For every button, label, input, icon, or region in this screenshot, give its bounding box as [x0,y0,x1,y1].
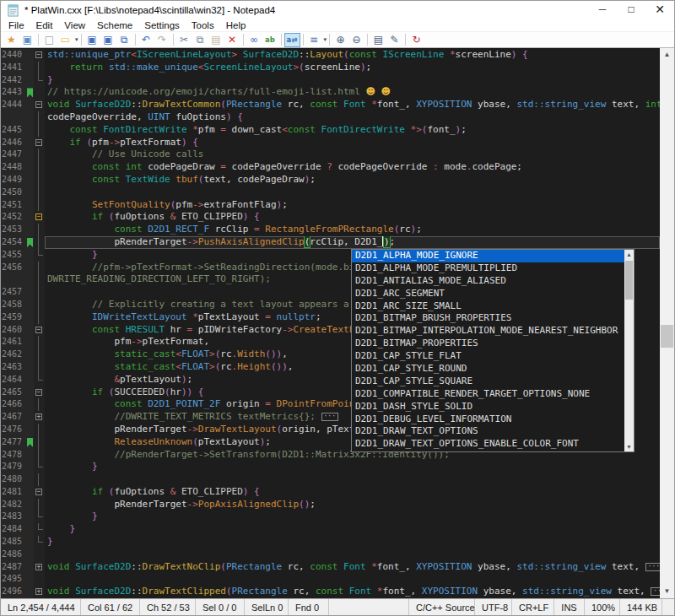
dropdown-arrow-icon[interactable]: ▾ [75,36,78,43]
line-number[interactable]: 2482 [1,499,26,511]
code-text[interactable]: if (pfm->pTextFormat) { [45,137,660,149]
code-line[interactable]: 2440−std::unique_ptr<IScreenLineLayout> … [1,49,660,62]
autocomplete-item[interactable]: D2D1_ARC_SIZE_SMALL [352,300,624,313]
status-overtype[interactable]: INS [554,599,585,616]
fold-margin[interactable]: + [34,586,45,598]
code-line[interactable]: 2479 } [1,461,660,473]
code-line[interactable]: 2482 pRenderTarget->PopAxisAlignedClip()… [1,499,660,511]
code-editor[interactable]: 2440−std::unique_ptr<IScreenLineLayout> … [1,48,674,598]
code-text[interactable]: } [45,523,660,536]
bookmark-margin[interactable] [26,548,34,561]
editor-scrollbar-thumb[interactable] [661,325,673,348]
line-number[interactable]: 2451 [1,199,26,212]
autocomplete-item[interactable]: D2D1_CAP_STYLE_SQUARE [352,376,624,388]
bookmark-margin[interactable] [26,311,34,324]
line-number[interactable]: 2464 [1,374,26,386]
view-lines-icon[interactable]: ▤ [370,33,386,47]
code-text[interactable] [45,186,660,199]
autocomplete-item[interactable]: D2D1_ANTIALIAS_MODE_ALIASED [352,275,624,288]
editor-vertical-scrollbar[interactable]: ▲ ▼ [660,48,674,598]
undo-icon[interactable]: ↶ [138,33,154,47]
fold-margin[interactable] [34,536,45,548]
menu-edit[interactable]: Edit [30,19,59,32]
status-cell[interactable]: SelLn 0 [245,599,289,616]
line-number[interactable]: 2458 [1,299,26,311]
autocomplete-scrollbar[interactable]: ▲ ▼ [624,250,634,451]
fold-margin[interactable] [34,336,45,349]
code-text[interactable]: void SurfaceD2D::DrawTextClipped(PRectan… [45,586,660,598]
code-text[interactable]: std::unique_ptr<IScreenLineLayout> Surfa… [45,49,660,62]
save-copy-icon[interactable]: ▣ [100,33,116,47]
line-number[interactable]: 2454 [1,236,26,249]
code-text[interactable]: pRenderTarget->PushAxisAlignedClip(rcCli… [45,236,660,249]
code-text[interactable] [45,473,660,486]
line-number[interactable]: 2478 [1,449,26,462]
fold-margin[interactable]: − [34,49,45,62]
code-text[interactable]: if (fuOptions & ETO_CLIPPED) { [45,211,660,224]
bookmark-margin[interactable] [26,74,34,87]
status-eol[interactable]: CR+LF [512,599,554,616]
word-wrap-toggle[interactable]: a⇄ [284,33,300,47]
code-line[interactable]: 2487+void SurfaceD2D::DrawTextNoClip(PRe… [1,561,660,574]
status-zoom[interactable]: 100% [585,599,620,616]
line-number[interactable]: 2459 [1,311,26,324]
fold-margin[interactable] [34,236,45,249]
fold-margin[interactable] [34,473,45,486]
line-number[interactable]: 2487 [1,561,26,574]
line-number[interactable]: 2481 [1,486,26,499]
code-line[interactable]: 2496+void SurfaceD2D::DrawTextClipped(PR… [1,586,660,598]
minimize-button[interactable]: ─ [588,1,617,19]
bookmark-margin[interactable] [26,273,34,286]
fold-margin[interactable] [34,62,45,74]
bookmark-margin[interactable] [26,536,34,548]
fold-margin[interactable] [34,499,45,511]
code-line[interactable]: 2451 SetFontQuality(pfm->extraFontFlag); [1,199,660,212]
bookmark-margin[interactable] [26,424,34,436]
title-bar[interactable]: * PlatWin.cxx [F:\Libs\notepad4\scintill… [1,1,674,19]
bookmark-margin[interactable] [26,523,34,536]
line-number[interactable]: 2455 [1,249,26,262]
line-number[interactable]: 2457 [1,286,26,299]
fold-margin[interactable] [34,174,45,186]
line-number[interactable] [1,111,26,124]
line-number[interactable]: 2467 [1,411,26,424]
code-text[interactable]: void SurfaceD2D::DrawTextNoClip(PRectang… [45,561,660,574]
code-line[interactable]: 2442} [1,74,660,87]
line-number[interactable]: 2479 [1,461,26,473]
code-text[interactable]: // https://unicode.org/emoji/charts/full… [45,86,660,99]
fold-margin[interactable] [34,449,45,462]
line-number[interactable]: 2440 [1,49,26,62]
paste-icon[interactable]: ▤ [208,33,224,47]
line-number[interactable]: 2452 [1,211,26,224]
status-cell[interactable]: Ch 52 / 53 [140,599,196,616]
fold-margin[interactable] [34,523,45,536]
scroll-down-icon[interactable]: ▼ [660,585,674,598]
delete-icon[interactable]: ✕ [224,33,240,47]
fold-margin[interactable] [34,186,45,199]
fold-margin[interactable] [34,249,45,262]
line-number[interactable]: 2476 [1,424,26,436]
line-number[interactable]: 2448 [1,161,26,174]
code-line[interactable]: 2485} [1,536,660,548]
fold-margin[interactable] [34,224,45,236]
maximize-button[interactable]: □ [617,1,645,19]
bookmark-margin[interactable] [26,486,34,499]
code-text[interactable]: const int codePageDraw = codePageOverrid… [45,161,660,174]
menu-help[interactable]: Help [220,19,252,32]
line-number[interactable]: 2445 [1,124,26,137]
code-line[interactable]: 2481− if (fuOptions & ETO_CLIPPED) { [1,486,660,499]
bookmark-margin[interactable] [26,99,34,111]
cut-icon[interactable]: ✂ [176,33,192,47]
bookmark-margin[interactable] [26,299,34,311]
code-line-current[interactable]: 2454 pRenderTarget->PushAxisAlignedClip(… [1,236,660,249]
code-text[interactable]: const TextWide tbuf(text, codePageDraw); [45,174,660,186]
bookmark-margin[interactable] [26,499,34,511]
bookmark-margin[interactable] [26,511,34,523]
bookmark-margin[interactable] [26,336,34,349]
line-number[interactable]: 2444 [1,99,26,111]
bookmark-margin[interactable] [26,262,34,274]
code-line[interactable]: 2444−void SurfaceD2D::DrawTextCommon(PRe… [1,99,660,111]
new-file-icon[interactable]: □ [41,33,57,47]
bookmark-margin[interactable] [26,449,34,462]
code-line[interactable]: 2441 return std::make_unique<ScreenLineL… [1,62,660,74]
